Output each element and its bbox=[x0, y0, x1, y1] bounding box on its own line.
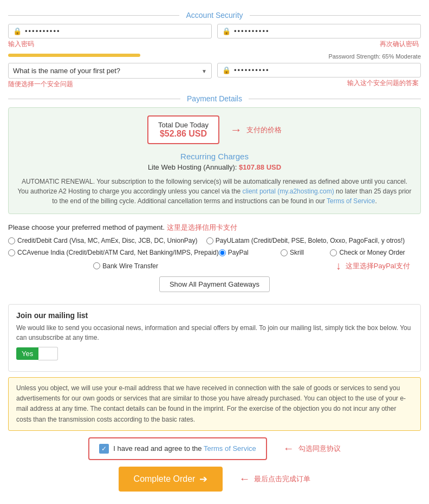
tos-hint-zh: 勾选同意协议 bbox=[298, 444, 341, 454]
password-input-wrap: 🔒 bbox=[8, 24, 212, 38]
account-security-title: Account Security bbox=[179, 11, 249, 20]
show-gateways-button[interactable]: Show All Payment Gateways bbox=[159, 276, 270, 292]
payment-row-1: Credit/Debit Card (Visa, MC, AmEx, Disc,… bbox=[8, 236, 421, 245]
strength-row: Password Strength: 65% Moderate bbox=[8, 52, 421, 60]
confirm-password-input-wrap: 🔒 bbox=[217, 24, 421, 38]
complete-order-label: Complete Order bbox=[134, 474, 196, 484]
recurring-amount: $107.88 USD bbox=[239, 163, 281, 171]
recurring-title: Recurring Charges bbox=[17, 152, 412, 161]
lock-icon-answer: 🔒 bbox=[222, 66, 231, 74]
radio-credit-label: Credit/Debit Card (Visa, MC, AmEx, Disc,… bbox=[17, 237, 198, 244]
tos-box: ✓ I have read and agree to the Terms of … bbox=[88, 437, 267, 460]
complete-hint-zh: 最后点击完成订单 bbox=[254, 474, 310, 484]
bankwire-center: Bank Wire Transfer bbox=[8, 261, 336, 271]
radio-paypal[interactable]: PayPal bbox=[219, 248, 281, 257]
radio-check-label: Check or Money Order bbox=[339, 249, 405, 256]
complete-order-arrow-icon: ➔ bbox=[199, 473, 207, 485]
radio-credit-input[interactable] bbox=[8, 237, 15, 244]
tos-hint-wrap: ← 勾选同意协议 bbox=[283, 442, 341, 455]
gdpr-box: Unless you object, we will use your e-ma… bbox=[8, 377, 421, 431]
paypal-arrow-icon: ↓ bbox=[336, 260, 341, 272]
total-amount: $52.86 USD bbox=[158, 129, 209, 139]
confirm-password-input[interactable] bbox=[234, 27, 416, 35]
radio-payulatam-label: PayULatam (Credit/Debit, PSE, Boleto, Ox… bbox=[216, 237, 405, 244]
payment-method-section: Please choose your preferred method of p… bbox=[8, 219, 421, 299]
password-row: 🔒 输入密码 🔒 再次确认密码 bbox=[8, 24, 421, 49]
security-question-select[interactable]: What is the name of your first pet? What… bbox=[9, 63, 211, 78]
auto-renewal-end: . bbox=[375, 197, 376, 205]
total-row: Total Due Today $52.86 USD → 支付的价格 bbox=[17, 115, 412, 144]
radio-skrill[interactable]: Skrill bbox=[281, 248, 330, 257]
radio-ccavenue[interactable]: CCAvenue India (Credit/Debit/ATM Card, N… bbox=[8, 248, 219, 257]
radio-paypal-input[interactable] bbox=[219, 249, 226, 256]
radio-check-input[interactable] bbox=[330, 249, 337, 256]
radio-ccavenue-label: CCAvenue India (Credit/Debit/ATM Card, N… bbox=[17, 249, 219, 256]
security-question-hint: 随便选择一个安全问题 bbox=[8, 80, 212, 89]
strength-bar bbox=[8, 54, 140, 57]
tos-link[interactable]: Terms of Service bbox=[204, 444, 256, 453]
security-question-select-wrap[interactable]: What is the name of your first pet? What… bbox=[8, 63, 212, 79]
gdpr-text: Unless you object, we will use your e-ma… bbox=[16, 384, 406, 423]
lock-icon-confirm: 🔒 bbox=[222, 27, 231, 35]
security-question-col: What is the name of your first pet? What… bbox=[8, 63, 212, 89]
payment-details-title: Payment Details bbox=[180, 94, 249, 103]
recurring-sub: Lite Web Hosting (Annually): $107.88 USD bbox=[17, 163, 412, 171]
radio-paypal-label: PayPal bbox=[228, 249, 249, 256]
recurring-item-label: Lite Web Hosting (Annually): bbox=[148, 163, 237, 171]
strength-text-col: Password Strength: 65% Moderate bbox=[217, 52, 421, 60]
complete-order-button[interactable]: Complete Order ➔ bbox=[119, 467, 223, 492]
mailing-section: Join our mailing list We would like to s… bbox=[8, 304, 421, 372]
tos-link-renewal[interactable]: Terms of Service bbox=[327, 197, 375, 205]
security-answer-hint: 输入这个安全问题的答案 bbox=[217, 79, 421, 88]
total-box: Total Due Today $52.86 USD bbox=[147, 115, 219, 144]
radio-bankwire[interactable]: Bank Wire Transfer bbox=[93, 261, 250, 271]
payment-line-right bbox=[249, 99, 421, 99]
mailing-title: Join our mailing list bbox=[16, 311, 413, 320]
radio-payulatam-input[interactable] bbox=[206, 237, 213, 244]
complete-arrow-icon: ← bbox=[239, 473, 250, 485]
account-security-header: Account Security bbox=[8, 11, 421, 20]
radio-ccavenue-input[interactable] bbox=[8, 249, 15, 256]
payment-row-3-wrap: Bank Wire Transfer ↓ 这里选择PayPal支付 bbox=[8, 260, 421, 272]
radio-skrill-label: Skrill bbox=[290, 249, 304, 256]
tos-checkbox[interactable]: ✓ bbox=[99, 444, 109, 454]
radio-bankwire-input[interactable] bbox=[93, 262, 100, 269]
toggle-yes-button[interactable]: Yes bbox=[16, 347, 38, 360]
payment-details-section: Total Due Today $52.86 USD → 支付的价格 Recur… bbox=[8, 107, 421, 214]
payment-line-left bbox=[8, 99, 180, 99]
strength-col bbox=[8, 52, 212, 57]
security-answer-input[interactable] bbox=[234, 66, 416, 74]
radio-check[interactable]: Check or Money Order bbox=[330, 248, 412, 257]
payment-row-2: CCAvenue India (Credit/Debit/ATM Card, N… bbox=[8, 248, 421, 257]
radio-payulatam[interactable]: PayULatam (Credit/Debit, PSE, Boleto, Ox… bbox=[206, 236, 405, 245]
paypal-hint: 这里选择PayPal支付 bbox=[346, 261, 410, 271]
radio-credit[interactable]: Credit/Debit Card (Visa, MC, AmEx, Disc,… bbox=[8, 236, 206, 245]
payment-details-header: Payment Details bbox=[8, 94, 421, 103]
tos-label: I have read and agree to the Terms of Se… bbox=[113, 444, 256, 453]
radio-skrill-input[interactable] bbox=[281, 249, 288, 256]
security-question-row: What is the name of your first pet? What… bbox=[8, 63, 421, 89]
confirm-password-col: 🔒 再次确认密码 bbox=[217, 24, 421, 49]
tos-label-text: I have read and agree to the bbox=[113, 444, 202, 453]
tos-section: ✓ I have read and agree to the Terms of … bbox=[8, 437, 421, 460]
tos-arrow-icon: ← bbox=[283, 442, 294, 455]
credit-hint: 这里是选择信用卡支付 bbox=[167, 223, 237, 231]
complete-hint-wrap: ← 最后点击完成订单 bbox=[239, 473, 310, 485]
password-hint: 输入密码 bbox=[8, 40, 212, 49]
toggle-no-button[interactable] bbox=[38, 347, 57, 360]
payment-method-label: Please choose your preferred method of p… bbox=[8, 223, 421, 232]
tos-arrow-row: ← 勾选同意协议 bbox=[283, 442, 341, 455]
paypal-hint-wrap: ↓ 这里选择PayPal支付 bbox=[336, 260, 421, 272]
security-answer-col: 🔒 输入这个安全问题的答案 bbox=[217, 63, 421, 88]
price-hint-zh: 支付的价格 bbox=[246, 125, 282, 135]
radio-bankwire-label: Bank Wire Transfer bbox=[102, 262, 158, 270]
toggle-wrap: Yes bbox=[16, 347, 413, 360]
auto-renewal-text: AUTOMATIC RENEWAL. Your subscription to … bbox=[17, 177, 412, 206]
payment-method-text: Please choose your preferred method of p… bbox=[8, 223, 165, 231]
client-portal-link[interactable]: client portal (my.a2hosting.com) bbox=[243, 188, 334, 195]
strength-text: Password Strength: 65% Moderate bbox=[217, 53, 421, 60]
security-answer-input-wrap: 🔒 bbox=[217, 63, 421, 77]
mailing-desc: We would like to send you occasional new… bbox=[16, 323, 413, 343]
price-hint-wrap: → 支付的价格 bbox=[230, 123, 282, 137]
password-input[interactable] bbox=[25, 27, 207, 35]
